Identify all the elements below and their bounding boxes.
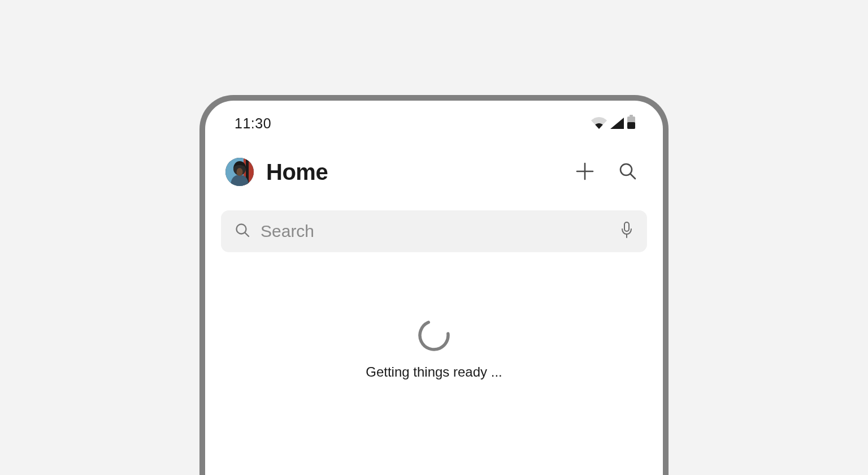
page-title: Home [266,159,570,185]
avatar[interactable] [225,158,254,186]
status-time: 11:30 [235,115,271,132]
plus-icon [575,162,594,183]
svg-point-10 [620,164,632,175]
svg-rect-2 [627,122,635,129]
search-button[interactable] [613,157,643,187]
svg-line-13 [245,233,249,237]
status-tray [591,115,636,132]
search-icon [235,222,250,240]
wifi-icon [591,117,607,132]
app-header: Home [221,152,647,192]
loading-indicator: Getting things ready ... [221,319,647,380]
svg-rect-14 [624,222,629,231]
battery-icon [627,115,636,132]
search-bar[interactable] [221,210,647,252]
loading-text: Getting things ready ... [366,364,502,380]
svg-point-7 [237,168,243,176]
spinner-icon [418,319,450,352]
svg-point-16 [418,319,450,352]
search-icon [618,162,637,183]
microphone-icon[interactable] [620,221,633,241]
device-frame: 11:30 [199,95,669,475]
add-button[interactable] [570,157,600,187]
svg-line-11 [631,174,635,179]
search-input[interactable] [261,222,610,241]
svg-rect-0 [630,115,633,116]
status-bar: 11:30 [221,103,647,144]
cellular-icon [610,117,624,132]
